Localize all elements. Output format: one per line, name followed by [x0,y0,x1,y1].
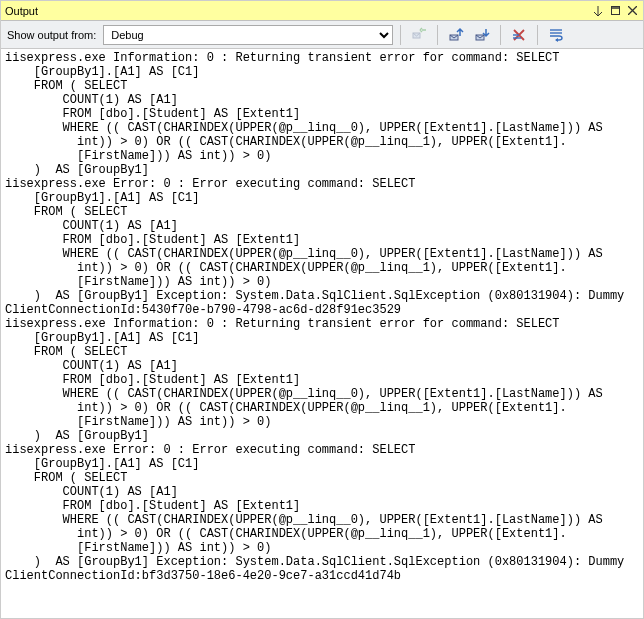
find-message-button [408,24,430,46]
toolbar-separator [500,25,501,45]
prev-message-button[interactable] [445,24,467,46]
close-icon[interactable] [625,4,639,18]
window-position-icon[interactable] [591,4,605,18]
next-message-button[interactable] [471,24,493,46]
window-title: Output [5,5,591,17]
output-source-select[interactable]: Debug [103,25,393,45]
toolbar-separator [437,25,438,45]
clear-all-button[interactable] [508,24,530,46]
output-text[interactable]: iisexpress.exe Information: 0 : Returnin… [1,49,643,619]
toolbar-separator [400,25,401,45]
output-source-label: Show output from: [7,29,96,41]
title-bar: Output [1,1,643,21]
toolbar-separator [537,25,538,45]
title-bar-controls [591,4,639,18]
maximize-icon[interactable] [608,4,622,18]
toolbar: Show output from: Debug [1,21,643,49]
toggle-wordwrap-button[interactable] [545,24,567,46]
